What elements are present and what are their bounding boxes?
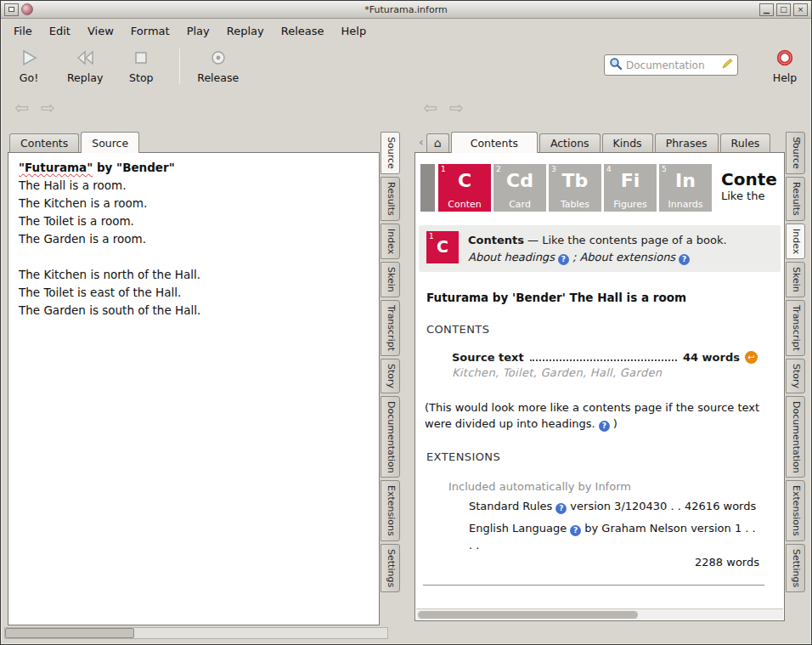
index-tile-tables[interactable]: 3 Tb Tables: [549, 164, 601, 212]
window-menu-button[interactable]: [4, 3, 19, 16]
tab-scroll-right-icon[interactable]: ›: [793, 135, 804, 152]
replay-label: Replay: [67, 71, 103, 84]
vtab-documentation[interactable]: Documentation: [381, 396, 400, 478]
menu-edit[interactable]: Edit: [42, 21, 78, 41]
inform-ide-window: *Futurama.inform ▁ □ × File Edit View Fo…: [0, 0, 812, 645]
vtab-index[interactable]: Index: [381, 223, 400, 259]
vtab-story[interactable]: Story: [381, 359, 400, 393]
index-tile-innards[interactable]: 5 In Innards: [659, 164, 712, 212]
stop-button[interactable]: Stop: [125, 47, 157, 84]
vtab-transcript[interactable]: Transcript: [381, 300, 400, 356]
vtab-extensions[interactable]: Extensions: [786, 480, 805, 541]
scrollbar-thumb[interactable]: [418, 611, 638, 619]
forward-icon[interactable]: ⇨: [449, 99, 464, 116]
window-menu-icon: [8, 7, 14, 12]
release-button[interactable]: Release: [197, 47, 239, 84]
tab-index-kinds[interactable]: Kinds: [602, 133, 653, 152]
dot-leader: [530, 359, 677, 361]
source-line: The Garden is a room.: [19, 230, 369, 248]
included-label: Included automatically by Inform: [448, 480, 783, 493]
source-text-area[interactable]: "Futurama" by "Bender" The Hall is a roo…: [8, 153, 379, 625]
source-text-row: Source text 44 words ↩: [452, 351, 758, 364]
left-panel: Contents Source "Futurama" by "Bender" T…: [8, 130, 400, 625]
index-tile-contents[interactable]: 1 C Conten: [438, 164, 491, 212]
minimize-button[interactable]: ▁: [759, 3, 774, 16]
go-button[interactable]: Go!: [13, 47, 45, 84]
source-title-line: "Futurama" by "Bender": [19, 159, 369, 177]
menu-replay[interactable]: Replay: [219, 21, 272, 41]
vtab-settings[interactable]: Settings: [381, 544, 400, 592]
go-label: Go!: [20, 71, 38, 84]
source-editor[interactable]: "Futurama" by "Bender" The Hall is a roo…: [8, 152, 380, 625]
vtab-skein[interactable]: Skein: [786, 262, 805, 297]
titlebar: *Futurama.inform ▁ □ ×: [1, 1, 811, 19]
vtab-documentation[interactable]: Documentation: [786, 396, 805, 478]
tab-home[interactable]: ⌂: [426, 133, 449, 152]
menu-help[interactable]: Help: [334, 21, 375, 41]
help-button[interactable]: Help: [769, 47, 801, 84]
close-button[interactable]: ×: [793, 3, 808, 16]
app-icon: [21, 3, 33, 15]
right-vertical-tabs: Source Results Index Skein Transcript St…: [786, 132, 805, 606]
question-icon[interactable]: ?: [679, 254, 690, 265]
index-tile-card[interactable]: 2 Cd Card: [493, 164, 546, 212]
extension-name: English Language: [469, 522, 567, 535]
vtab-transcript[interactable]: Transcript: [786, 300, 805, 356]
vtab-index[interactable]: Index: [786, 223, 805, 259]
left-vertical-tabs: Source Results Index Skein Transcript St…: [381, 132, 400, 610]
toolbar-separator: [179, 48, 180, 84]
forward-icon[interactable]: ⇨: [41, 99, 55, 116]
reveal-source-icon[interactable]: ↩: [745, 351, 758, 364]
contents-mini-tile: 1 C: [426, 231, 459, 263]
question-icon[interactable]: ?: [599, 421, 610, 432]
divider: [423, 585, 764, 586]
vtab-results[interactable]: Results: [381, 177, 400, 221]
menu-file[interactable]: File: [6, 21, 40, 41]
documentation-search-input[interactable]: [626, 59, 721, 71]
menu-format[interactable]: Format: [123, 21, 178, 41]
tab-index-rules[interactable]: Rules: [720, 133, 771, 152]
index-tile-figures[interactable]: 4 Fi Figures: [604, 164, 657, 212]
back-icon[interactable]: ⇦: [423, 99, 437, 116]
release-label: Release: [197, 71, 239, 84]
question-icon[interactable]: ?: [570, 525, 581, 536]
about-extensions-link[interactable]: About extensions: [579, 251, 675, 263]
source-line: The Toilet is a room.: [19, 212, 369, 230]
about-headings-link[interactable]: About headings: [468, 251, 555, 263]
scrollbar-thumb[interactable]: [5, 628, 134, 638]
tab-index-contents[interactable]: Contents: [451, 132, 538, 153]
question-icon[interactable]: ?: [558, 254, 569, 265]
extension-name: Standard Rules: [469, 500, 552, 512]
menu-release[interactable]: Release: [273, 21, 332, 41]
vtab-skein[interactable]: Skein: [381, 262, 400, 297]
back-icon[interactable]: ⇦: [14, 99, 29, 116]
tab-contents[interactable]: Contents: [9, 133, 79, 152]
vtab-story[interactable]: Story: [786, 359, 805, 393]
maximize-button[interactable]: □: [776, 3, 791, 16]
summary-title: Contents: [468, 234, 524, 246]
tab-source[interactable]: Source: [81, 132, 139, 153]
right-panel-nav: ⇦ ⇨: [423, 99, 464, 116]
index-panel-body: 1 C Conten 2 Cd Card 3 Tb Tables: [414, 152, 785, 621]
index-tile-partial[interactable]: [420, 164, 435, 212]
index-horizontal-scrollbar[interactable]: [416, 608, 783, 620]
menu-play[interactable]: Play: [179, 21, 217, 41]
contents-summary-text: Contents — Like the contents page of a b…: [468, 231, 727, 266]
vtab-extensions[interactable]: Extensions: [381, 480, 400, 541]
source-line: The Toilet is east of the Hall.: [19, 284, 369, 302]
source-text-label: Source text: [452, 351, 524, 364]
menu-view[interactable]: View: [80, 21, 121, 41]
contents-summary-band: 1 C Contents — Like the contents page of…: [419, 225, 781, 272]
tab-index-phrases[interactable]: Phrases: [655, 133, 719, 152]
tab-scroll-left-icon[interactable]: ‹: [416, 135, 426, 152]
tab-index-actions[interactable]: Actions: [539, 133, 601, 152]
question-icon[interactable]: ?: [555, 503, 567, 514]
vtab-results[interactable]: Results: [786, 177, 805, 221]
source-horizontal-scrollbar[interactable]: [4, 627, 388, 639]
contents-section-label: CONTENTS: [426, 323, 783, 336]
stop-label: Stop: [129, 71, 153, 84]
stop-icon: [132, 47, 150, 69]
replay-button[interactable]: Replay: [67, 47, 103, 84]
vtab-settings[interactable]: Settings: [786, 544, 805, 592]
documentation-search-box[interactable]: [604, 54, 738, 76]
